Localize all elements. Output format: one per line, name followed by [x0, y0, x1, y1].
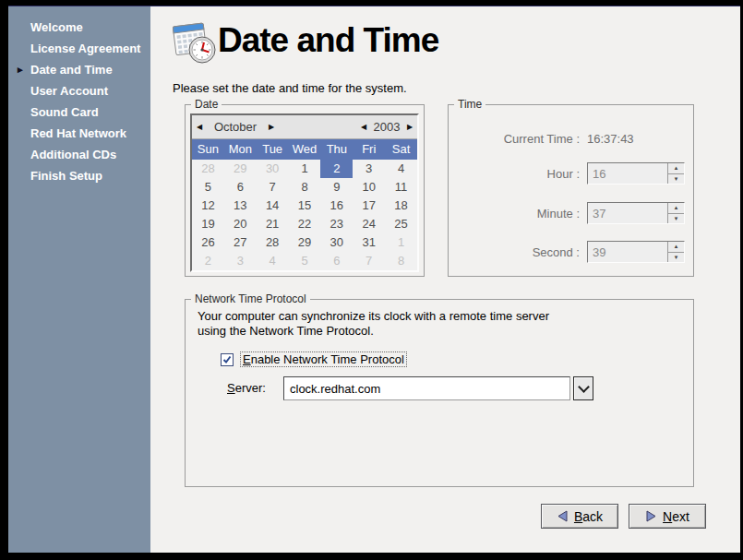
- hour-spinbox: ▴ ▾: [587, 162, 685, 185]
- calendar-day[interactable]: 26: [192, 233, 224, 252]
- calendar-day[interactable]: 1: [385, 233, 417, 252]
- back-button[interactable]: Back: [541, 504, 618, 529]
- calendar: ◀ October ▶ ◀ 2003 ▶ SunMonTueWedThuFriS…: [190, 113, 419, 272]
- second-increment-icon[interactable]: ▴: [668, 242, 684, 253]
- second-spin-buttons: ▴ ▾: [667, 242, 684, 262]
- sidebar-item-label: User Account: [30, 84, 108, 98]
- calendar-day[interactable]: 6: [320, 252, 353, 270]
- sidebar-item-label: License Agreement: [30, 42, 140, 55]
- calendar-day[interactable]: 20: [224, 215, 257, 233]
- hour-spin-buttons: ▴ ▾: [667, 163, 684, 184]
- current-time-value: 16:37:43: [587, 132, 634, 146]
- sidebar-item-label: Red Hat Network: [30, 126, 126, 140]
- hour-input[interactable]: [588, 163, 667, 184]
- calendar-day[interactable]: 23: [320, 215, 353, 233]
- sidebar-item-sound-card[interactable]: Sound Card: [8, 101, 150, 123]
- calendar-day[interactable]: 31: [353, 233, 385, 252]
- calendar-day[interactable]: 7: [353, 252, 385, 270]
- calendar-day[interactable]: 8: [385, 252, 417, 270]
- calendar-day[interactable]: 28: [192, 160, 224, 178]
- next-year-icon[interactable]: ▶: [402, 123, 417, 131]
- calendar-dow: Sat: [385, 139, 417, 160]
- sidebar: WelcomeLicense Agreement▸Date and TimeUs…: [8, 6, 150, 553]
- time-frame: Time Current Time : 16:37:43 Hour : ▴ ▾ …: [448, 104, 694, 277]
- calendar-day[interactable]: 1: [289, 160, 321, 178]
- hour-decrement-icon[interactable]: ▾: [668, 174, 684, 185]
- calendar-day[interactable]: 30: [320, 233, 353, 252]
- calendar-dow: Mon: [224, 139, 257, 160]
- server-label: Server:: [227, 381, 266, 395]
- prev-year-icon[interactable]: ◀: [356, 123, 371, 131]
- second-input[interactable]: [588, 242, 667, 262]
- sidebar-item-date-and-time[interactable]: ▸Date and Time: [8, 59, 150, 80]
- calendar-day[interactable]: 25: [385, 215, 417, 233]
- calendar-day[interactable]: 4: [385, 160, 417, 178]
- sidebar-item-label: Finish Setup: [30, 169, 102, 183]
- calendar-day[interactable]: 3: [353, 160, 385, 178]
- calendar-day[interactable]: 29: [289, 233, 321, 252]
- sidebar-item-finish-setup[interactable]: Finish Setup: [8, 165, 150, 186]
- calendar-day[interactable]: 6: [224, 178, 257, 197]
- minute-increment-icon[interactable]: ▴: [668, 203, 684, 214]
- date-frame: Date ◀ October ▶ ◀ 2003 ▶ SunMonTueWedTh…: [185, 104, 425, 277]
- enable-ntp-label[interactable]: Enable Network Time Protocol: [240, 351, 407, 367]
- calendar-day[interactable]: 18: [385, 197, 417, 215]
- calendar-day[interactable]: 16: [320, 197, 353, 215]
- sidebar-item-welcome[interactable]: Welcome: [8, 17, 150, 38]
- calendar-day[interactable]: 9: [320, 178, 353, 197]
- calendar-day[interactable]: 15: [289, 197, 321, 215]
- calendar-dow: Sun: [192, 139, 224, 160]
- second-decrement-icon[interactable]: ▾: [668, 253, 684, 263]
- calendar-year: 2003: [371, 120, 402, 134]
- calendar-day[interactable]: 21: [257, 215, 289, 233]
- hour-increment-icon[interactable]: ▴: [668, 163, 684, 174]
- minute-input[interactable]: [588, 203, 667, 223]
- sidebar-item-user-account[interactable]: User Account: [8, 80, 150, 101]
- calendar-day[interactable]: 19: [192, 215, 224, 233]
- calendar-day[interactable]: 3: [224, 252, 257, 270]
- calendar-day[interactable]: 14: [257, 197, 289, 215]
- calendar-day[interactable]: 11: [385, 178, 417, 197]
- prev-month-icon[interactable]: ◀: [192, 123, 207, 131]
- calendar-day[interactable]: 17: [353, 197, 385, 215]
- calendar-day[interactable]: 24: [353, 215, 385, 233]
- next-button[interactable]: Next: [629, 504, 706, 529]
- ntp-frame-label: Network Time Protocol: [191, 292, 310, 305]
- page-title: Date and Time: [218, 21, 438, 60]
- calendar-day[interactable]: 8: [289, 178, 321, 197]
- sidebar-item-additional-cds[interactable]: Additional CDs: [8, 144, 150, 165]
- calendar-day-selected[interactable]: 2: [320, 160, 353, 178]
- sidebar-item-label: Additional CDs: [30, 148, 116, 161]
- minute-label: Minute :: [449, 207, 580, 220]
- setup-wizard-window: WelcomeLicense Agreement▸Date and TimeUs…: [8, 6, 740, 553]
- server-dropdown-button[interactable]: [573, 376, 593, 400]
- minute-decrement-icon[interactable]: ▾: [668, 214, 684, 224]
- calendar-dow: Thu: [320, 139, 353, 160]
- screen: { "colors": { "accent_blue": "#5b76b4", …: [0, 0, 743, 560]
- second-spinbox: ▴ ▾: [587, 241, 685, 263]
- date-frame-label: Date: [191, 98, 222, 111]
- sidebar-item-label: Date and Time: [30, 63, 113, 77]
- calendar-day[interactable]: 13: [224, 197, 257, 215]
- server-input[interactable]: [283, 376, 570, 400]
- calendar-day[interactable]: 30: [257, 160, 289, 178]
- next-month-icon[interactable]: ▶: [264, 123, 279, 131]
- back-arrow-icon: [557, 510, 569, 522]
- sidebar-item-license-agreement[interactable]: License Agreement: [8, 38, 150, 59]
- calendar-day[interactable]: 7: [257, 178, 289, 197]
- calendar-day[interactable]: 5: [192, 178, 224, 197]
- sidebar-item-red-hat-network[interactable]: Red Hat Network: [8, 123, 150, 144]
- calendar-day[interactable]: 12: [192, 197, 224, 215]
- calendar-day[interactable]: 5: [289, 252, 321, 270]
- calendar-day[interactable]: 29: [224, 160, 257, 178]
- back-button-label: Back: [574, 509, 603, 524]
- enable-ntp-checkbox[interactable]: [221, 353, 234, 366]
- calendar-day[interactable]: 28: [257, 233, 289, 252]
- calendar-day[interactable]: 27: [224, 233, 257, 252]
- active-item-arrow-icon: ▸: [18, 64, 30, 76]
- calendar-day[interactable]: 2: [192, 252, 224, 270]
- calendar-day[interactable]: 4: [257, 252, 289, 270]
- calendar-day[interactable]: 10: [353, 178, 385, 197]
- calendar-day[interactable]: 22: [289, 215, 321, 233]
- calendar-dow: Fri: [353, 139, 385, 160]
